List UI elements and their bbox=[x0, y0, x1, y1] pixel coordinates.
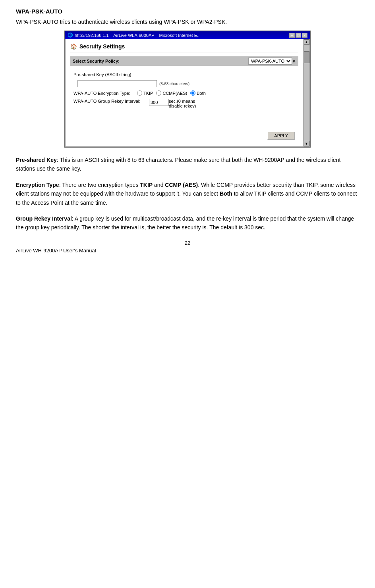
home-icon: 🏠 bbox=[70, 43, 77, 50]
tkip-radio[interactable] bbox=[137, 90, 142, 96]
browser-window: 🌐 http://192.168.1.1 – AirLive WLA-9000A… bbox=[64, 31, 311, 148]
browser-content: 🏠 Secruity Settings Select Security Poli… bbox=[65, 39, 310, 147]
policy-label: Select Security Policy: bbox=[73, 59, 248, 63]
rekey-hint2: disable rekey) bbox=[169, 104, 196, 108]
minimize-button[interactable]: − bbox=[289, 33, 295, 38]
policy-select[interactable]: WPA-PSK-AUTO bbox=[248, 58, 292, 65]
preshared-hint: (8-63 characters) bbox=[159, 82, 189, 86]
ccmp-bold: CCMP (AES) bbox=[165, 182, 198, 188]
browser-title: http://192.168.1.1 – AirLive WLA-9000AP … bbox=[75, 33, 201, 38]
rekey-interval-row: WPA-AUTO Group Rekey Interval: sec.(0 me… bbox=[73, 99, 295, 108]
both-label: Both bbox=[197, 91, 206, 96]
doc-section-preshared: Pre-shared Key: This is an ASCII string … bbox=[16, 156, 359, 173]
rekey-label: WPA-AUTO Group Rekey Interval: bbox=[73, 99, 149, 104]
page-heading: WPA-PSK-AUTO bbox=[16, 8, 359, 15]
encryption-paragraph: Encryption Type: There are two encryptio… bbox=[16, 181, 359, 207]
encryption-label: WPA-AUTO Encryption Type: bbox=[73, 91, 137, 96]
encryption-bold-label: Encryption Type bbox=[16, 182, 59, 188]
form-section: Pre-shared Key (ASCII string): (8-63 cha… bbox=[70, 71, 298, 113]
page-number: 22 bbox=[16, 240, 359, 246]
rekey-hint: sec.(0 means bbox=[169, 99, 195, 104]
scrollbar-container: 🏠 Secruity Settings Select Security Poli… bbox=[66, 39, 309, 146]
rekey-paragraph: Group Rekey Interval: A group key is use… bbox=[16, 214, 359, 232]
browser-page-icon: 🌐 bbox=[68, 33, 73, 38]
apply-button[interactable]: APPLY bbox=[267, 131, 295, 140]
both-bold: Both bbox=[220, 190, 232, 197]
browser-titlebar: 🌐 http://192.168.1.1 – AirLive WLA-9000A… bbox=[65, 31, 310, 39]
restore-button[interactable]: □ bbox=[296, 33, 301, 38]
browser-titlebar-left: 🌐 http://192.168.1.1 – AirLive WLA-9000A… bbox=[68, 33, 201, 38]
page-intro: WPA-PSK-AUTO tries to authenticate wirel… bbox=[16, 19, 359, 25]
apply-row: APPLY bbox=[70, 129, 298, 142]
scroll-up-button[interactable]: ▲ bbox=[304, 39, 309, 45]
rekey-bold-label: Group Rekey Interval bbox=[16, 215, 72, 222]
footer-text: AirLive WH-9200AP User's Manual bbox=[16, 248, 359, 254]
main-content-area: 🏠 Secruity Settings Select Security Poli… bbox=[66, 39, 303, 146]
rekey-input[interactable] bbox=[149, 99, 169, 106]
browser-controls: − □ × bbox=[289, 33, 307, 38]
scrollbar-thumb[interactable] bbox=[304, 51, 309, 63]
both-radio[interactable] bbox=[190, 90, 195, 96]
preshared-key-input-row: (8-63 characters) bbox=[73, 80, 295, 87]
encryption-text-1: : There are two encryption types bbox=[59, 182, 140, 188]
ccmp-radio[interactable] bbox=[156, 90, 161, 96]
close-button[interactable]: × bbox=[302, 33, 307, 38]
security-settings-title: Secruity Settings bbox=[79, 43, 125, 50]
security-settings-header: 🏠 Secruity Settings bbox=[70, 43, 298, 52]
scroll-down-button[interactable]: ▼ bbox=[304, 141, 309, 146]
rekey-hint-group: sec.(0 means disable rekey) bbox=[169, 99, 196, 108]
preshared-text: : This is an ASCII string with 8 to 63 c… bbox=[16, 157, 340, 172]
encryption-and: and bbox=[153, 182, 165, 188]
doc-section-rekey: Group Rekey Interval: A group key is use… bbox=[16, 214, 359, 232]
both-option: Both bbox=[190, 90, 206, 96]
scrollbar[interactable]: ▲ ▼ bbox=[303, 39, 309, 146]
doc-section-encryption: Encryption Type: There are two encryptio… bbox=[16, 181, 359, 207]
tkip-bold: TKIP bbox=[140, 182, 153, 188]
dropdown-arrow-icon: ▼ bbox=[292, 59, 296, 63]
encryption-type-row: WPA-AUTO Encryption Type: TKIP CCMP(AES) bbox=[73, 90, 295, 96]
encryption-radio-group: TKIP CCMP(AES) Both bbox=[137, 90, 206, 96]
tkip-label: TKIP bbox=[143, 91, 153, 96]
preshared-key-label: Pre-shared Key (ASCII string): bbox=[73, 72, 137, 77]
preshared-bold-label: Pre-shared Key bbox=[16, 157, 57, 163]
tkip-option: TKIP bbox=[137, 90, 153, 96]
preshared-paragraph: Pre-shared Key: This is an ASCII string … bbox=[16, 156, 359, 173]
ccmp-label: CCMP(AES) bbox=[162, 91, 187, 96]
policy-row: Select Security Policy: WPA-PSK-AUTO ▼ bbox=[70, 56, 298, 66]
ccmp-option: CCMP(AES) bbox=[156, 90, 187, 96]
preshared-key-row: Pre-shared Key (ASCII string): bbox=[73, 72, 295, 77]
preshared-key-input[interactable] bbox=[77, 80, 157, 87]
